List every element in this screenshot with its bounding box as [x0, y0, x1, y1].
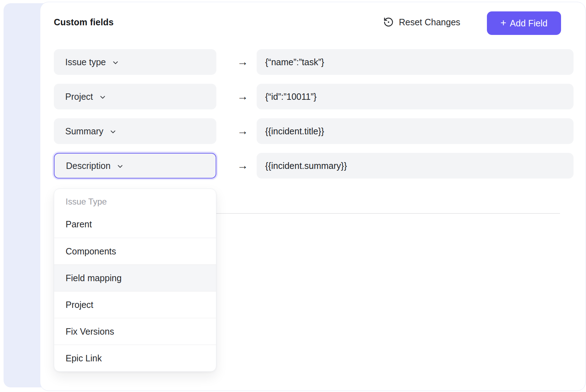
dropdown-item-project[interactable]: Project: [54, 291, 216, 318]
value-input-project[interactable]: {“id”:”10011”}: [257, 84, 574, 109]
dropdown-item-components[interactable]: Components: [54, 238, 216, 264]
plus-icon: +: [500, 18, 506, 28]
dropdown-item-parent[interactable]: Parent: [54, 211, 216, 238]
arrow-icon: →: [234, 84, 252, 109]
field-dropdown-menu: Issue Type Parent Components Field mappi…: [54, 189, 216, 372]
mapping-row: Description → {{incident.summary}}: [54, 153, 560, 179]
value-input-summary[interactable]: {{incident.title}}: [257, 118, 574, 144]
field-select-summary[interactable]: Summary: [54, 118, 216, 144]
chevron-down-icon: [116, 163, 124, 170]
chevron-down-icon: [112, 59, 119, 67]
mapping-row: Summary → {{incident.title}}: [54, 118, 560, 144]
reset-changes-label: Reset Changes: [399, 17, 460, 27]
add-field-label: Add Field: [510, 18, 548, 29]
field-select-label: Issue type: [65, 57, 106, 67]
field-select-label: Description: [66, 161, 110, 171]
mapping-row: Issue type → {“name”:”task”}: [54, 49, 560, 75]
chevron-down-icon: [109, 128, 117, 136]
screen: Custom fields Reset Changes + Add Field …: [0, 0, 586, 392]
dropdown-item-field-mapping[interactable]: Field mapping: [54, 264, 216, 291]
field-select-description[interactable]: Description: [54, 153, 216, 179]
value-input-description[interactable]: {{incident.summary}}: [257, 153, 574, 179]
field-select-label: Project: [65, 92, 93, 102]
dropdown-item-fix-versions[interactable]: Fix Versions: [54, 318, 216, 345]
custom-fields-card: Custom fields Reset Changes + Add Field …: [40, 2, 586, 391]
dropdown-item-epic-link[interactable]: Epic Link: [54, 345, 216, 371]
arrow-icon: →: [234, 49, 252, 75]
arrow-icon: →: [234, 153, 252, 179]
page-title: Custom fields: [54, 17, 114, 27]
field-select-project[interactable]: Project: [54, 84, 216, 109]
dropdown-group-label: Issue Type: [54, 189, 216, 211]
field-select-label: Summary: [65, 126, 103, 136]
mapping-row: Project → {“id”:”10011”}: [54, 84, 560, 109]
reset-changes-button[interactable]: Reset Changes: [383, 15, 460, 29]
field-select-issue-type[interactable]: Issue type: [54, 49, 216, 75]
add-field-button[interactable]: + Add Field: [487, 11, 561, 35]
arrow-icon: →: [234, 118, 252, 144]
reset-history-icon: [383, 17, 394, 27]
value-input-issue-type[interactable]: {“name”:”task”}: [257, 49, 574, 75]
chevron-down-icon: [99, 93, 107, 101]
